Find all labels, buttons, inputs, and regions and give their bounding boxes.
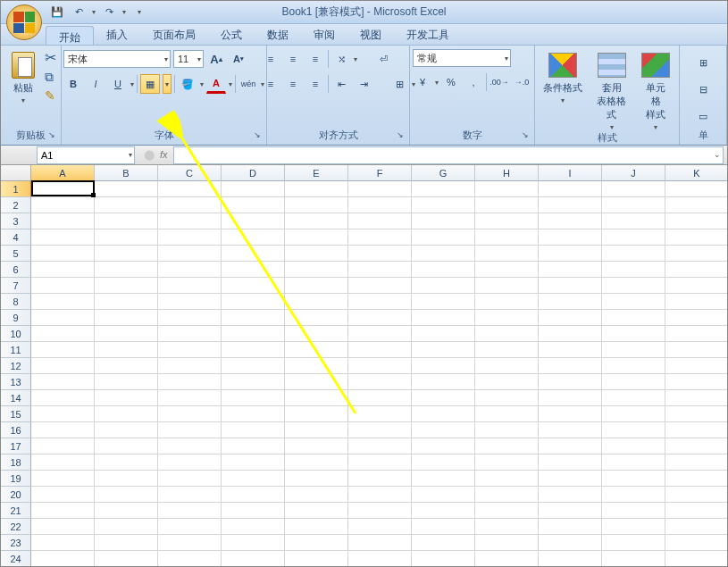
cell[interactable] — [222, 487, 285, 503]
cell[interactable] — [665, 342, 727, 358]
cell[interactable] — [475, 390, 539, 406]
cell[interactable] — [412, 454, 475, 471]
cell[interactable] — [412, 374, 475, 390]
cut-icon[interactable]: ✂ — [45, 49, 56, 66]
cell[interactable] — [285, 294, 348, 310]
cell[interactable] — [475, 503, 539, 519]
cell[interactable] — [222, 278, 285, 294]
cell[interactable] — [285, 358, 348, 374]
row-header-23[interactable]: 23 — [1, 535, 31, 551]
cell[interactable] — [348, 326, 412, 342]
cell[interactable] — [222, 390, 285, 406]
cell[interactable] — [31, 390, 95, 406]
cell[interactable] — [285, 310, 348, 326]
cell[interactable] — [31, 229, 95, 246]
wrap-text-icon[interactable]: ⏎ — [373, 49, 393, 69]
cell[interactable] — [602, 213, 665, 229]
cell[interactable] — [348, 294, 412, 310]
cell[interactable] — [602, 487, 665, 503]
cell[interactable] — [665, 294, 727, 310]
decrease-decimal-icon[interactable]: →.0 — [512, 72, 531, 92]
align-middle-icon[interactable]: ≡ — [283, 49, 303, 69]
cell[interactable] — [222, 358, 285, 374]
cell[interactable] — [475, 438, 539, 454]
tab-数据[interactable]: 数据 — [255, 24, 301, 45]
expand-formula-bar-icon[interactable]: ⌄ — [714, 150, 721, 159]
tab-插入[interactable]: 插入 — [94, 24, 140, 45]
cell[interactable] — [475, 422, 539, 438]
select-all-corner[interactable] — [1, 165, 31, 181]
cell[interactable] — [475, 294, 539, 310]
cell[interactable] — [95, 454, 158, 471]
cell[interactable] — [665, 246, 727, 262]
col-header-F[interactable]: F — [348, 165, 412, 181]
cell[interactable] — [222, 326, 285, 342]
name-box[interactable]: A1▾ — [37, 146, 135, 164]
cell[interactable] — [539, 487, 602, 503]
italic-button[interactable]: I — [86, 74, 105, 94]
cell[interactable] — [539, 519, 602, 535]
cell[interactable] — [602, 519, 665, 535]
cell[interactable] — [539, 438, 602, 454]
cell[interactable] — [475, 454, 539, 471]
cell[interactable] — [222, 246, 285, 262]
cell[interactable] — [158, 551, 222, 567]
cell[interactable] — [95, 519, 158, 535]
cell[interactable] — [158, 454, 222, 471]
cell[interactable] — [602, 503, 665, 519]
row-header-24[interactable]: 24 — [1, 551, 31, 567]
cell[interactable] — [285, 374, 348, 390]
increase-indent-icon[interactable]: ⇥ — [354, 74, 373, 94]
cell[interactable] — [95, 535, 158, 551]
cell[interactable] — [602, 471, 665, 487]
cell[interactable] — [222, 374, 285, 390]
font-size-combo[interactable]: 11▾ — [173, 50, 204, 68]
format-painter-icon[interactable]: ✎ — [45, 88, 56, 103]
cell[interactable] — [665, 181, 727, 197]
underline-button[interactable]: U — [108, 74, 128, 94]
cell[interactable] — [31, 326, 95, 342]
cell[interactable] — [412, 551, 475, 567]
cell[interactable] — [475, 246, 539, 262]
fill-color-button[interactable]: 🪣 — [178, 74, 197, 94]
row-header-7[interactable]: 7 — [1, 278, 31, 294]
col-header-C[interactable]: C — [158, 165, 222, 181]
cell[interactable] — [539, 197, 602, 213]
cell[interactable] — [31, 422, 95, 438]
cell[interactable] — [348, 438, 412, 454]
cell[interactable] — [602, 229, 665, 246]
paste-button[interactable]: 粘贴 ▾ — [5, 49, 41, 106]
col-header-J[interactable]: J — [602, 165, 665, 181]
cell[interactable] — [412, 503, 475, 519]
row-header-13[interactable]: 13 — [1, 374, 31, 390]
cell[interactable] — [348, 213, 412, 229]
cell[interactable] — [95, 213, 158, 229]
cell[interactable] — [412, 294, 475, 310]
cell[interactable] — [348, 422, 412, 438]
row-header-3[interactable]: 3 — [1, 213, 31, 229]
cell[interactable] — [665, 535, 727, 551]
cell[interactable] — [475, 326, 539, 342]
cell[interactable] — [602, 278, 665, 294]
cell[interactable] — [475, 487, 539, 503]
cell[interactable] — [222, 406, 285, 422]
cell[interactable] — [285, 422, 348, 438]
decrease-font-icon[interactable]: A▾ — [229, 49, 248, 69]
cell[interactable] — [602, 181, 665, 197]
cell[interactable] — [412, 358, 475, 374]
cell[interactable] — [348, 487, 412, 503]
cell[interactable] — [602, 535, 665, 551]
cell[interactable] — [475, 197, 539, 213]
increase-font-icon[interactable]: A▴ — [206, 49, 226, 69]
cell[interactable] — [412, 246, 475, 262]
cell[interactable] — [602, 422, 665, 438]
row-header-4[interactable]: 4 — [1, 229, 31, 246]
cell[interactable] — [539, 342, 602, 358]
cell[interactable] — [95, 342, 158, 358]
cell[interactable] — [222, 262, 285, 278]
cell[interactable] — [348, 454, 412, 471]
cancel-formula-icon[interactable]: ⬤ — [144, 149, 155, 161]
cell[interactable] — [31, 181, 95, 197]
cell[interactable] — [158, 310, 222, 326]
cell[interactable] — [539, 294, 602, 310]
